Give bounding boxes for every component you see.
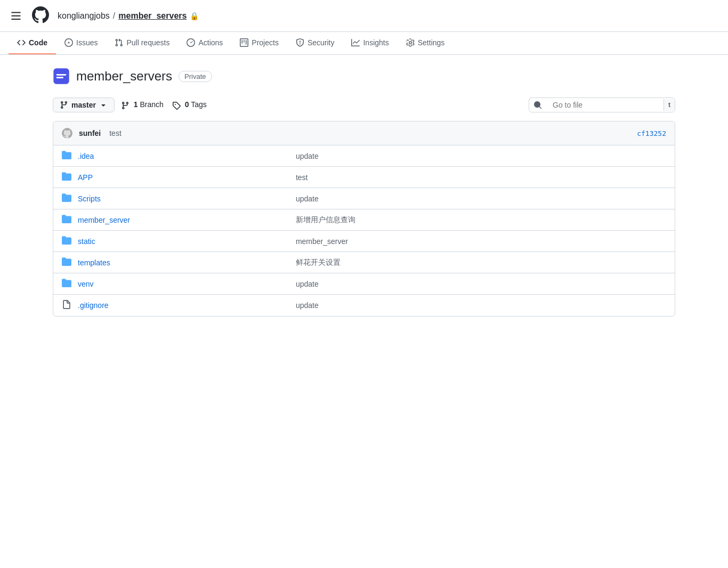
github-logo-link[interactable] bbox=[32, 6, 49, 25]
table-row: venvupdate bbox=[53, 273, 675, 295]
tab-code[interactable]: Code bbox=[9, 32, 56, 54]
tab-projects-label: Projects bbox=[252, 38, 279, 47]
file-table: sunfei test cf13252 .ideaupdate APPtest … bbox=[53, 121, 675, 317]
file-commit-message: member_server bbox=[296, 237, 666, 246]
table-row: Scriptsupdate bbox=[53, 188, 675, 209]
tag-icon bbox=[172, 101, 181, 110]
folder-icon bbox=[62, 150, 71, 161]
commit-row: sunfei test cf13252 bbox=[53, 121, 675, 145]
folder-icon bbox=[62, 214, 71, 225]
table-row: .ideaupdate bbox=[53, 145, 675, 167]
file-commit-message: update bbox=[296, 280, 666, 288]
file-commit-message: update bbox=[296, 152, 666, 160]
svg-rect-1 bbox=[56, 74, 67, 76]
repo-title: member_servers bbox=[76, 69, 172, 84]
tab-issues-label: Issues bbox=[76, 38, 98, 47]
tab-pr-label: Pull requests bbox=[126, 38, 169, 47]
svg-rect-2 bbox=[56, 77, 63, 78]
branch-selector[interactable]: master bbox=[53, 98, 115, 112]
tab-insights-label: Insights bbox=[363, 38, 389, 47]
private-badge: Private bbox=[179, 71, 212, 82]
tab-code-label: Code bbox=[29, 38, 47, 47]
branch-count-num: 1 bbox=[134, 100, 138, 109]
tab-security-label: Security bbox=[308, 38, 335, 47]
folder-icon bbox=[62, 257, 71, 268]
file-commit-message: 新增用户信息查询 bbox=[296, 215, 666, 225]
tab-security[interactable]: Security bbox=[287, 32, 343, 54]
branch-count-label: Branch bbox=[140, 100, 164, 109]
tab-actions[interactable]: Actions bbox=[178, 32, 231, 54]
branch-icon bbox=[60, 101, 68, 109]
commit-avatar bbox=[62, 128, 72, 139]
table-row: templates鲜花开关设置 bbox=[53, 252, 675, 273]
file-commit-message: test bbox=[296, 173, 666, 182]
repo-header: member_servers Private bbox=[53, 68, 675, 85]
file-name-link[interactable]: .gitignore bbox=[78, 301, 289, 310]
tab-settings-label: Settings bbox=[418, 38, 445, 47]
file-commit-message: update bbox=[296, 194, 666, 203]
tab-insights[interactable]: Insights bbox=[343, 32, 397, 54]
table-row: APPtest bbox=[53, 167, 675, 188]
folder-icon bbox=[62, 193, 71, 204]
nav-tabs: Code Issues Pull requests Actions Projec… bbox=[0, 32, 728, 55]
branch-bar: master 1 Branch 0 Tags bbox=[53, 98, 675, 112]
branch-count-icon bbox=[121, 101, 130, 110]
lock-icon: 🔒 bbox=[190, 12, 199, 20]
tag-count-link[interactable]: 0 Tags bbox=[172, 100, 207, 109]
goto-file-shortcut: t bbox=[664, 99, 675, 111]
file-name-link[interactable]: templates bbox=[78, 258, 289, 267]
file-name-link[interactable]: member_server bbox=[78, 216, 289, 224]
branch-count-link[interactable]: 1 Branch bbox=[121, 100, 164, 109]
commit-message: test bbox=[109, 129, 122, 137]
hamburger-button[interactable] bbox=[9, 9, 23, 23]
tab-issues[interactable]: Issues bbox=[56, 32, 106, 54]
main-content: member_servers Private master 1 Branch bbox=[44, 55, 684, 329]
commit-hash[interactable]: cf13252 bbox=[637, 129, 666, 137]
folder-icon bbox=[62, 278, 71, 289]
tag-count-label: Tags bbox=[191, 100, 207, 109]
file-name-link[interactable]: APP bbox=[78, 173, 289, 182]
file-name-link[interactable]: venv bbox=[78, 280, 289, 288]
file-name-link[interactable]: Scripts bbox=[78, 194, 289, 203]
org-link[interactable]: kongliangjobs bbox=[58, 11, 110, 21]
branch-meta: 1 Branch 0 Tags bbox=[121, 100, 207, 109]
goto-file-input[interactable] bbox=[546, 98, 664, 112]
tab-projects[interactable]: Projects bbox=[231, 32, 287, 54]
file-commit-message: 鲜花开关设置 bbox=[296, 258, 666, 267]
table-row: staticmember_server bbox=[53, 231, 675, 252]
chevron-down-icon bbox=[99, 101, 108, 109]
search-icon bbox=[533, 101, 542, 109]
file-commit-message: update bbox=[296, 301, 666, 310]
tab-pull-requests[interactable]: Pull requests bbox=[106, 32, 178, 54]
tab-actions-label: Actions bbox=[198, 38, 223, 47]
commit-author[interactable]: sunfei bbox=[79, 129, 101, 137]
repo-name-link[interactable]: member_servers bbox=[118, 11, 187, 21]
file-rows-container: .ideaupdate APPtest Scriptsupdate member… bbox=[53, 145, 675, 316]
top-bar: kongliangjobs / member_servers 🔒 bbox=[0, 0, 728, 32]
file-icon bbox=[62, 300, 71, 311]
tag-count-num: 0 bbox=[185, 100, 189, 109]
path-separator: / bbox=[113, 11, 115, 21]
file-name-link[interactable]: .idea bbox=[78, 152, 289, 160]
folder-icon bbox=[62, 172, 71, 183]
file-name-link[interactable]: static bbox=[78, 237, 289, 246]
repo-header-icon bbox=[53, 68, 70, 85]
table-row: .gitignoreupdate bbox=[53, 295, 675, 316]
table-row: member_server新增用户信息查询 bbox=[53, 209, 675, 231]
repo-path: kongliangjobs / member_servers 🔒 bbox=[58, 11, 199, 21]
current-branch-label: master bbox=[71, 101, 96, 109]
folder-icon bbox=[62, 236, 71, 247]
goto-file-widget: t bbox=[529, 98, 675, 112]
svg-rect-0 bbox=[53, 68, 69, 84]
tab-settings[interactable]: Settings bbox=[398, 32, 454, 54]
